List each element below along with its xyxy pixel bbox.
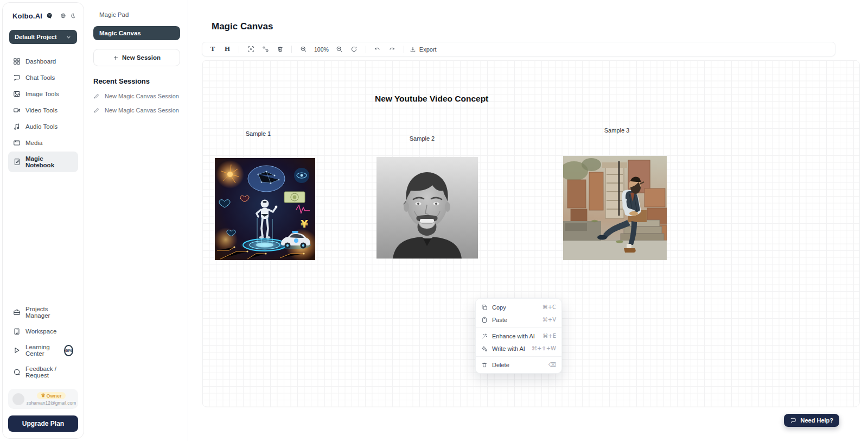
- panel-item-magic-canvas[interactable]: Magic Canvas: [93, 26, 180, 40]
- need-help-button[interactable]: Need Help?: [784, 414, 839, 427]
- owner-role-label: Owner: [47, 393, 62, 399]
- menu-item-paste[interactable]: Paste ⌘+V: [476, 313, 561, 326]
- video-camera-icon: [13, 106, 21, 114]
- sidebar-nav: Dashboard Chat Tools Image Tools Video T…: [8, 54, 78, 172]
- sidebar: Kolbo.AI Default Project: [2, 2, 84, 439]
- language-globe-icon[interactable]: [60, 12, 66, 20]
- dark-mode-moon-icon[interactable]: [70, 12, 76, 20]
- reset-view-button[interactable]: [348, 43, 360, 55]
- zoom-in-button[interactable]: [297, 43, 309, 55]
- download-icon: [410, 46, 416, 53]
- magic-canvas-surface[interactable]: New Youtube Video Concept Sample 1 Sampl…: [202, 60, 860, 407]
- sidebar-item-image-tools[interactable]: Image Tools: [8, 86, 78, 102]
- menu-item-copy[interactable]: Copy ⌘+C: [476, 301, 561, 313]
- connector-tool-button[interactable]: [259, 43, 271, 55]
- feedback-bubble-icon: [13, 368, 21, 376]
- sidebar-item-audio-tools[interactable]: Audio Tools: [8, 119, 78, 134]
- sample-1-image[interactable]: ¥: [215, 158, 315, 260]
- select-tool-button[interactable]: [245, 43, 257, 55]
- toolbar-divider: [366, 46, 366, 53]
- sidebar-item-media[interactable]: Media: [8, 135, 78, 150]
- ruins-scene-illustration: [563, 156, 667, 260]
- panel-item-magic-pad[interactable]: Magic Pad: [93, 8, 180, 22]
- rotate-reset-icon: [350, 46, 358, 53]
- zoom-out-button[interactable]: [334, 43, 346, 55]
- image-icon: [13, 90, 21, 98]
- project-selector[interactable]: Default Project: [9, 30, 77, 44]
- pencil-icon: [93, 107, 100, 114]
- toolbar-divider: [291, 46, 292, 53]
- menu-item-label: Write with AI: [492, 345, 525, 352]
- menu-item-write-with-ai[interactable]: Write with AI ⌘+⇧+W: [476, 342, 561, 355]
- media-folder-icon: [13, 139, 21, 147]
- sidebar-item-projects-manager[interactable]: Projects Manager: [8, 302, 78, 323]
- canvas-heading-text[interactable]: New Youtube Video Concept: [375, 94, 488, 104]
- sample-2-label[interactable]: Sample 2: [410, 135, 435, 142]
- sidebar-item-feedback[interactable]: Feedback / Request: [8, 362, 78, 382]
- zoom-level[interactable]: 100%: [312, 46, 331, 53]
- sample-2-image[interactable]: [376, 157, 478, 259]
- sidebar-item-learning-center[interactable]: Learning Center 66%: [8, 340, 78, 361]
- menu-item-label: Delete: [492, 362, 509, 368]
- sidebar-item-label: Workspace: [25, 328, 56, 335]
- brand-logo: Kolbo.AI: [12, 12, 42, 20]
- undo-button[interactable]: [372, 43, 384, 55]
- page-title: Magic Canvas: [212, 21, 273, 32]
- sidebar-item-label: Dashboard: [25, 58, 56, 65]
- menu-item-label: Paste: [492, 317, 507, 323]
- sidebar-item-label: Feedback / Request: [25, 366, 73, 379]
- sidebar-item-workspace[interactable]: Workspace: [8, 324, 78, 339]
- brain-logo-icon: [46, 11, 53, 20]
- briefcase-icon: [13, 308, 21, 316]
- crown-icon: ♛: [41, 393, 45, 398]
- dashboard-icon: [13, 58, 21, 65]
- recent-sessions-heading: Recent Sessions: [93, 77, 180, 85]
- menu-item-label: Enhance with AI: [492, 333, 535, 339]
- upgrade-plan-button[interactable]: Upgrade Plan: [8, 415, 78, 432]
- sidebar-item-label: Magic Notebook: [25, 155, 73, 168]
- user-account-card[interactable]: ♛Owner zoharvan12@gmail.com: [8, 389, 78, 409]
- notebook-panel: Magic Pad Magic Canvas New Session Recen…: [85, 0, 188, 441]
- context-menu: Copy ⌘+C Paste ⌘+V Enhance with AI: [475, 298, 562, 374]
- portrait-illustration: [376, 157, 478, 259]
- delete-tool-button[interactable]: [274, 43, 286, 55]
- session-item[interactable]: New Magic Canvas Session: [93, 107, 180, 114]
- sidebar-item-label: Media: [25, 140, 42, 146]
- sidebar-item-video-tools[interactable]: Video Tools: [8, 103, 78, 118]
- toolbar-divider: [239, 46, 239, 53]
- sample-3-label[interactable]: Sample 3: [604, 127, 629, 134]
- menu-shortcut: ⌘+⇧+W: [532, 345, 556, 351]
- sidebar-item-label: Projects Manager: [25, 306, 73, 319]
- menu-item-delete[interactable]: Delete ⌫: [476, 358, 561, 371]
- heading-tool-glyph: H: [225, 46, 230, 53]
- menu-shortcut: ⌫: [548, 362, 556, 368]
- sidebar-item-chat-tools[interactable]: Chat Tools: [8, 70, 78, 85]
- help-chat-icon: [790, 417, 796, 424]
- user-email: zoharvan12@gmail.com: [27, 400, 76, 406]
- text-tool-glyph: T: [210, 46, 215, 53]
- svg-text:¥: ¥: [301, 217, 308, 230]
- sidebar-item-dashboard[interactable]: Dashboard: [8, 54, 78, 69]
- node-connector-icon: [262, 46, 269, 53]
- paste-icon: [481, 317, 488, 323]
- menu-item-enhance-with-ai[interactable]: Enhance with AI ⌘+E: [476, 330, 561, 342]
- owner-role-badge: ♛Owner: [37, 392, 65, 399]
- session-item-label: New Magic Canvas Session: [105, 93, 179, 99]
- text-tool-button[interactable]: T: [207, 43, 219, 55]
- user-avatar: [12, 393, 24, 405]
- redo-button[interactable]: [386, 43, 398, 55]
- heading-tool-button[interactable]: H: [221, 43, 233, 55]
- user-meta: ♛Owner zoharvan12@gmail.com: [29, 392, 74, 406]
- new-session-button[interactable]: New Session: [93, 49, 180, 66]
- canvas-toolbar: T H: [202, 42, 835, 56]
- sidebar-item-magic-notebook[interactable]: Magic Notebook: [8, 152, 78, 172]
- sample-1-label[interactable]: Sample 1: [246, 130, 271, 137]
- session-item[interactable]: New Magic Canvas Session: [93, 93, 180, 99]
- trash-icon: [481, 362, 488, 368]
- sample-3-image[interactable]: [563, 156, 667, 260]
- menu-shortcut: ⌘+C: [542, 304, 556, 310]
- notebook-icon: [13, 158, 21, 166]
- sidebar-item-label: Image Tools: [25, 91, 59, 97]
- export-button[interactable]: Export: [410, 46, 437, 53]
- menu-shortcut: ⌘+E: [542, 333, 556, 339]
